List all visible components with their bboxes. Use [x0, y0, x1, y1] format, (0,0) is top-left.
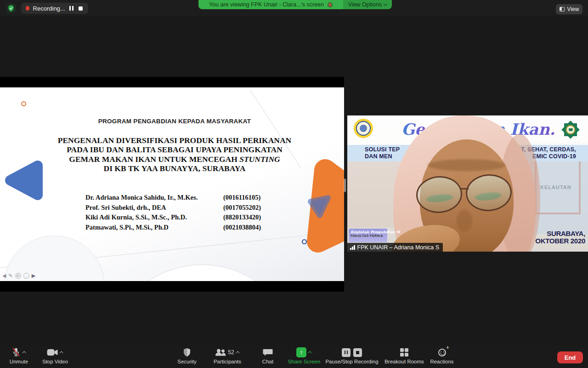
speaker-brow — [428, 159, 506, 171]
decor-blue-ring — [302, 239, 307, 244]
slide-title: PENGENALAN DIVERSIFIKASI PRODUK HASIL PE… — [0, 136, 344, 173]
meeting-toolbar: Unmute Stop Video Security — [0, 346, 588, 368]
location-line2: OKTOBER 2020 — [535, 237, 585, 245]
pause-recording-icon[interactable] — [69, 5, 74, 12]
view-layout-icon — [560, 7, 565, 12]
author-row: Dr. Adriana Monica Sahidu, Ir., M.Kes. (… — [85, 193, 261, 203]
author-id: (8820133420) — [223, 213, 261, 223]
recording-label: Recording... — [33, 5, 65, 12]
participants-chevron-icon[interactable] — [236, 351, 239, 355]
banner-right-line2: EMIC COVID-19 — [532, 153, 576, 160]
background-banner-left: SOLUSI TEP DAN MEN — [365, 146, 400, 160]
share-options-chevron-icon[interactable] — [308, 351, 311, 355]
view-button-label: View — [567, 6, 579, 12]
panel-resize-handle[interactable] — [344, 178, 346, 192]
reactions-smiley-icon — [438, 349, 446, 356]
shared-screen-view: PROGRAM PENGABDIAN KEPADA MASYARAKAT PEN… — [0, 77, 344, 292]
video-options-chevron-icon[interactable] — [59, 351, 63, 355]
reactions-plus-glyph: + — [447, 345, 449, 350]
slide-back-icon: ◀ — [2, 273, 6, 279]
banner-record-dot-icon — [328, 2, 333, 7]
slide-display-icon — [15, 273, 21, 279]
author-name: Kiki Adi Kurnia, S.Si., M.Sc., Ph.D. — [85, 213, 223, 223]
slide-heading: PROGRAM PENGABDIAN KEPADA MASYARAKAT — [0, 118, 344, 125]
share-arrow-glyph: ↑ — [300, 349, 303, 356]
share-screen-button[interactable]: ↑ Share Screen — [286, 346, 322, 368]
school-star-logo-icon — [561, 121, 580, 139]
stop-recording-toolbar-icon[interactable] — [353, 348, 362, 357]
meeting-top-bar: Recording... You are viewing FPK Unair -… — [0, 0, 588, 17]
security-shield-icon — [183, 348, 191, 357]
presentation-slide: PROGRAM PENGABDIAN KEPADA MASYARAKAT PEN… — [0, 87, 344, 281]
view-button[interactable]: View — [556, 4, 582, 14]
stop-video-button[interactable]: Stop Video — [40, 346, 70, 368]
audio-signal-icon — [350, 245, 355, 250]
slide-forward-icon: ▶ — [32, 273, 35, 279]
pause-stop-recording-label: Pause/Stop Recording — [325, 359, 378, 364]
microphone-muted-icon — [11, 347, 21, 357]
view-options-button[interactable]: View Options — [343, 0, 392, 9]
end-meeting-button[interactable]: End — [557, 351, 583, 363]
author-name: Dr. Adriana Monica Sahidu, Ir., M.Kes. — [85, 193, 223, 203]
stop-recording-icon[interactable] — [78, 5, 84, 12]
participants-icon — [215, 349, 226, 356]
background-sign-text: KELAUTAN — [540, 184, 571, 190]
slide-title-line1: PENGENALAN DIVERSIFIKASI PRODUK HASIL PE… — [58, 136, 292, 145]
location-line1: SURABAYA, — [547, 230, 585, 237]
pause-stop-recording-button[interactable]: Pause/Stop Recording — [325, 346, 379, 368]
reactions-button[interactable]: + Reactions — [429, 346, 455, 368]
participant-name: FPK UNAIR – Adriana Monica S — [357, 244, 440, 251]
viewing-screen-text: You are viewing FPK Unair - Clara...'s s… — [209, 1, 324, 8]
author-row: Patmawati, S.Pi., M.Si., Ph.D (002103880… — [85, 223, 261, 233]
glasses-bridge — [460, 188, 469, 190]
slide-title-line3-italic: STUNTING — [239, 155, 280, 164]
chat-button[interactable]: Chat — [261, 346, 275, 368]
reactions-label: Reactions — [430, 359, 453, 364]
unmute-button[interactable]: Unmute — [6, 346, 32, 368]
author-row: Prof. Sri Subekti, drh., DEA (0017055202… — [85, 203, 261, 213]
speaker-nose-shadow — [457, 210, 472, 232]
unmute-options-chevron-icon[interactable] — [22, 351, 26, 355]
stop-video-label: Stop Video — [42, 359, 68, 364]
participants-count: 52 — [228, 349, 234, 356]
breakout-rooms-label: Breakout Rooms — [384, 359, 424, 364]
unmute-label: Unmute — [10, 359, 28, 364]
decor-circle-bottom-center — [106, 264, 299, 281]
share-screen-label: Share Screen — [288, 359, 320, 364]
decor-orange-ring — [21, 101, 26, 106]
slide-title-line2: PADA IBU DAN BALITA SEBAGAI UPAYA PENING… — [67, 145, 283, 154]
participant-name-tag: FPK UNAIR – Adriana Monica S — [347, 243, 443, 252]
chat-label: Chat — [262, 359, 273, 364]
participants-button[interactable]: 52 Participants — [209, 346, 246, 368]
author-row: Kiki Adi Kurnia, S.Si., M.Sc., Ph.D. (88… — [85, 213, 261, 223]
recording-dot-icon — [26, 6, 29, 11]
background-activity-badge: Kegiatan Pengabdian M FAKULTAS PERIKA — [349, 229, 387, 242]
decor-blue-triangle-small — [304, 191, 336, 224]
shield-check-icon — [7, 5, 15, 12]
author-id: (0021038804) — [223, 223, 261, 233]
author-name: Prof. Sri Subekti, drh., DEA — [85, 203, 223, 213]
viewing-screen-banner: You are viewing FPK Unair - Clara...'s s… — [198, 0, 392, 9]
slide-more-icon: … — [23, 273, 29, 279]
participants-label: Participants — [214, 359, 241, 364]
pause-recording-toolbar-icon[interactable] — [342, 348, 351, 357]
security-shield-badge[interactable] — [6, 3, 16, 13]
participant-video-tile[interactable]: KELAUTAN Ge an Ikan. SOLUSI TEP DAN MEN … — [347, 115, 588, 252]
author-id: (0017055202) — [223, 203, 261, 213]
share-screen-icon: ↑ — [296, 347, 306, 357]
view-options-label: View Options — [348, 1, 382, 8]
chevron-down-icon — [384, 2, 387, 6]
breakout-rooms-button[interactable]: Breakout Rooms — [385, 346, 424, 368]
author-name: Patmawati, S.Pi., M.Si., Ph.D — [85, 223, 223, 233]
camera-icon — [47, 349, 58, 356]
author-id: (0016116105) — [223, 193, 260, 203]
badge-line2: FAKULTAS PERIKA — [351, 234, 385, 237]
banner-left-line1: SOLUSI TEP — [365, 146, 400, 153]
presenter-toolbar: ◀ ✎ … ▶ — [2, 273, 35, 279]
slide-pen-icon: ✎ — [8, 273, 12, 279]
banner-left-line2: DAN MEN — [365, 153, 392, 160]
slide-title-line3: GEMAR MAKAN IKAN UNTUK MENCEGAH — [69, 155, 239, 164]
viewing-screen-banner-main: You are viewing FPK Unair - Clara...'s s… — [198, 0, 343, 9]
security-button[interactable]: Security — [175, 346, 199, 368]
university-logo-icon — [354, 119, 373, 138]
